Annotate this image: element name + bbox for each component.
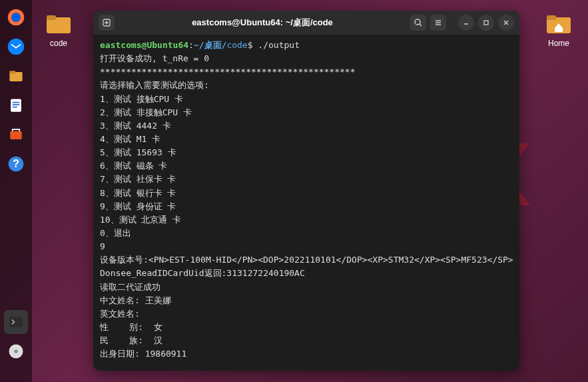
terminal-line: 9 [100, 240, 513, 253]
svg-rect-7 [13, 104, 20, 105]
terminal-line: 英文姓名: [100, 307, 513, 321]
terminal-line: 请选择输入需要测试的选项: [100, 79, 513, 92]
terminal-line: ****************************************… [100, 65, 513, 79]
dock-disc-icon[interactable] [4, 339, 28, 363]
svg-rect-8 [13, 107, 17, 108]
folder-icon [45, 12, 72, 36]
svg-rect-18 [547, 15, 556, 20]
svg-rect-9 [10, 131, 22, 139]
desktop-code-folder[interactable]: code [39, 12, 79, 48]
search-button[interactable] [410, 15, 426, 31]
terminal-line: 读取二代证成功 [100, 281, 513, 294]
terminal-line: 出身日期: 19860911 [100, 347, 513, 361]
svg-rect-6 [13, 102, 20, 103]
svg-point-1 [11, 13, 21, 22]
terminal-line: 中文姓名: 王美娜 [100, 294, 513, 307]
dock-help-icon[interactable]: ? [4, 152, 28, 176]
terminal-line: Donsee_ReadIDCardUid返回:3131272240190AC [100, 267, 513, 280]
terminal-line: 5、测试 15693 卡 [100, 146, 513, 159]
dock-thunderbird-icon[interactable] [4, 35, 28, 59]
terminal-line: 6、测试 磁条 卡 [100, 159, 513, 173]
close-button[interactable] [498, 15, 514, 31]
terminal-line: 打开设备成功, t_nRe = 0 [100, 52, 513, 65]
terminal-line: 性 别: 女 [100, 321, 513, 334]
terminal-line: 1、测试 接触CPU 卡 [100, 93, 513, 106]
svg-rect-28 [484, 21, 488, 25]
terminal-window: eastcoms@Ubuntu64: ~/桌面/code eastcoms@Ub… [93, 11, 519, 371]
desktop-home-folder[interactable]: Home [539, 12, 579, 48]
terminal-line: 7、测试 社保卡 卡 [100, 173, 513, 186]
terminal-body[interactable]: eastcoms@Ubuntu64:~/桌面/code$ ./output 打开… [93, 35, 519, 371]
svg-point-2 [8, 39, 25, 55]
window-title: eastcoms@Ubuntu64: ~/桌面/code [119, 17, 406, 29]
maximize-button[interactable] [478, 15, 494, 31]
terminal-line: 10、测试 北京通 卡 [100, 213, 513, 227]
terminal-line: 4、测试 M1 卡 [100, 133, 513, 146]
dock-software-icon[interactable] [4, 123, 28, 147]
terminal-line: 民 族: 汉 [100, 334, 513, 347]
svg-rect-12 [9, 317, 22, 327]
prompt-line: eastcoms@Ubuntu64:~/桌面/code$ ./output [100, 39, 513, 52]
svg-point-14 [14, 349, 17, 353]
terminal-line: 2、测试 非接触CPU 卡 [100, 106, 513, 119]
svg-point-22 [415, 19, 420, 25]
svg-rect-4 [9, 71, 15, 73]
new-tab-button[interactable] [99, 15, 115, 31]
minimize-button[interactable] [458, 15, 474, 31]
dock-writer-icon[interactable] [4, 93, 28, 117]
dock-terminal-icon[interactable] [4, 310, 28, 334]
titlebar: eastcoms@Ubuntu64: ~/桌面/code [93, 11, 519, 35]
menu-button[interactable] [430, 15, 446, 31]
terminal-line: 9、测试 身份证 卡 [100, 200, 513, 213]
dock-firefox-icon[interactable] [4, 5, 28, 29]
home-folder-icon [545, 12, 572, 36]
dock: ? [0, 0, 32, 382]
desktop-icon-label: Home [548, 39, 569, 48]
svg-rect-16 [47, 15, 56, 20]
dock-files-icon[interactable] [4, 64, 28, 88]
svg-line-23 [420, 24, 422, 26]
terminal-line: 0、退出 [100, 227, 513, 240]
terminal-line: 8、测试 银行卡 卡 [100, 187, 513, 200]
desktop-icon-label: code [50, 39, 67, 48]
terminal-line: 3、测试 4442 卡 [100, 119, 513, 133]
svg-text:?: ? [13, 158, 19, 169]
terminal-line: 设备版本号:<PN>EST-100M-HID</PN><DOP>20221101… [100, 253, 513, 267]
